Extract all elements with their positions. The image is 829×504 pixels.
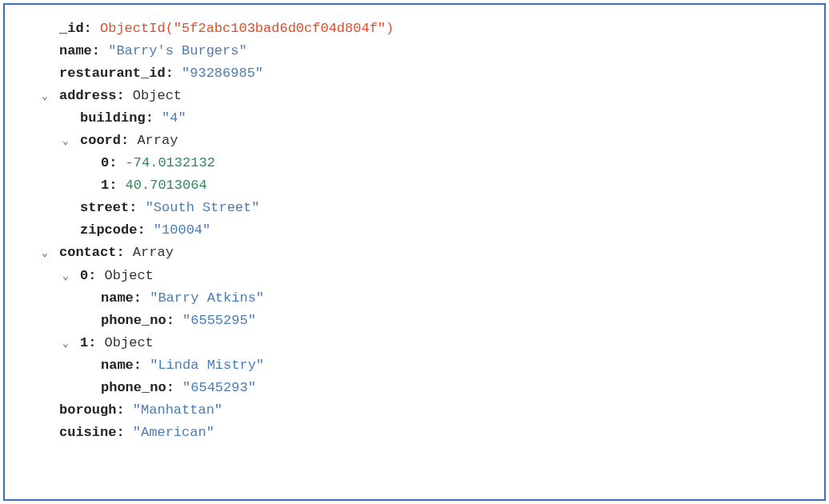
field-value-objectid: ObjectId("5f2abc103bad6d0cf04d804f"): [100, 18, 394, 40]
field-contact-1-phone[interactable]: phone_no: "6545293": [21, 377, 808, 399]
field-address-building[interactable]: building: "4": [21, 107, 808, 130]
field-address[interactable]: ⌄address: Object: [21, 85, 808, 107]
chevron-down-icon[interactable]: ⌄: [62, 335, 80, 352]
field-contact-1[interactable]: ⌄1: Object: [21, 332, 808, 354]
field-value-string: "South Street": [146, 197, 260, 219]
field-contact-0[interactable]: ⌄0: Object: [21, 265, 808, 287]
field-coord-1[interactable]: 1: 40.7013064: [21, 174, 808, 197]
field-key: 1: [80, 332, 88, 354]
field-value-number: 40.7013064: [126, 174, 207, 197]
field-key: 1: [101, 174, 109, 197]
field-address-zipcode[interactable]: zipcode: "10004": [21, 219, 808, 242]
field-key: coord: [80, 130, 121, 152]
field-key: phone_no: [101, 310, 166, 332]
field-borough[interactable]: borough: "Manhattan": [21, 399, 808, 422]
field-coord-0[interactable]: 0: -74.0132132: [21, 152, 808, 174]
field-key: 0: [80, 265, 88, 287]
field-key: name: [101, 354, 134, 377]
field-key: phone_no: [101, 377, 166, 399]
field-value-string: "6555295": [182, 310, 256, 332]
field-address-coord[interactable]: ⌄coord: Array: [21, 130, 808, 152]
field-key: name: [101, 287, 134, 310]
field-contact-0-name[interactable]: name: "Barry Atkins": [21, 287, 808, 310]
field-address-street[interactable]: street: "South Street": [21, 197, 808, 219]
field-key: restaurant_id: [59, 62, 166, 85]
chevron-down-icon[interactable]: ⌄: [62, 268, 80, 285]
field-contact-1-name[interactable]: name: "Linda Mistry": [21, 354, 808, 377]
field-value-number: -74.0132132: [126, 152, 215, 174]
field-value-string: "Linda Mistry": [150, 354, 264, 377]
field-value-string: "10004": [154, 219, 210, 242]
field-cuisine[interactable]: cuisine: "American": [21, 422, 808, 444]
field-value-type: Object: [105, 265, 154, 287]
field-value-string: "Barry's Burgers": [108, 40, 246, 62]
field-value-type: Array: [137, 130, 178, 152]
field-key: cuisine: [59, 422, 116, 444]
field-value-string: "93286985": [182, 62, 263, 85]
field-contact[interactable]: ⌄contact: Array: [21, 242, 808, 264]
field-key: name: [59, 40, 92, 62]
field-key: contact: [59, 242, 116, 264]
field-value-type: Object: [133, 85, 182, 107]
field-key: borough: [59, 399, 116, 422]
field-value-type: Array: [133, 242, 174, 264]
field-id[interactable]: _id: ObjectId("5f2abc103bad6d0cf04d804f"…: [21, 18, 808, 40]
field-key: _id: [59, 18, 84, 40]
field-value-type: Object: [105, 332, 154, 354]
field-value-string: "Manhattan": [133, 399, 222, 422]
chevron-down-icon[interactable]: ⌄: [42, 245, 59, 262]
field-key: building: [80, 107, 146, 130]
chevron-down-icon[interactable]: ⌄: [42, 88, 59, 105]
field-name[interactable]: name: "Barry's Burgers": [21, 40, 808, 62]
field-value-string: "American": [133, 422, 214, 444]
field-value-string: "6545293": [182, 377, 256, 399]
field-key: street: [80, 197, 129, 219]
field-value-string: "4": [162, 107, 186, 130]
chevron-down-icon[interactable]: ⌄: [62, 133, 80, 150]
field-value-string: "Barry Atkins": [150, 287, 264, 310]
document-tree: _id: ObjectId("5f2abc103bad6d0cf04d804f"…: [3, 3, 826, 501]
field-contact-0-phone[interactable]: phone_no: "6555295": [21, 310, 808, 332]
field-key: zipcode: [80, 219, 137, 242]
field-key: 0: [101, 152, 109, 174]
field-restaurant-id[interactable]: restaurant_id: "93286985": [21, 62, 808, 85]
field-key: address: [59, 85, 116, 107]
